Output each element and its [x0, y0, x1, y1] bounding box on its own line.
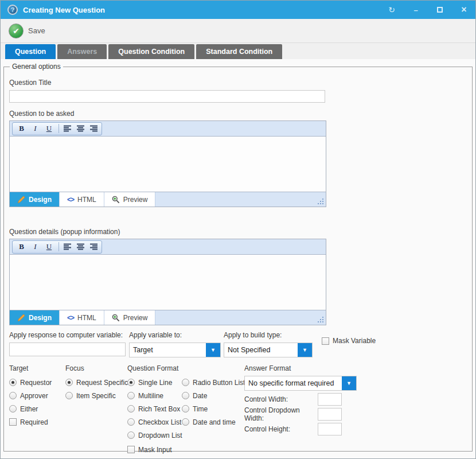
radio-radio-button-list[interactable]: Radio Button List — [182, 376, 249, 389]
radio-rich-text-box[interactable]: Rich Text Box — [127, 402, 182, 415]
save-label: Save — [28, 26, 45, 35]
dialog-window: ? Creating New Question ↻ – × ✔ Save Que… — [0, 0, 476, 459]
editor-footer: Design <> HTML Preview — [10, 310, 326, 325]
checkbox-icon — [322, 337, 329, 345]
required-checkbox[interactable]: Required — [9, 415, 62, 429]
tab-standard-condition[interactable]: Standard Condition — [196, 44, 282, 59]
radio-icon — [182, 405, 189, 413]
bold-button[interactable]: B — [15, 242, 28, 252]
align-left-icon[interactable] — [63, 124, 73, 133]
html-tab[interactable]: <> HTML — [60, 310, 104, 325]
richtext-editor-question: B I U Design <> — [9, 120, 326, 207]
question-asked-label: Question to be asked — [9, 110, 467, 118]
target-label: Target — [9, 364, 62, 373]
preview-tab[interactable]: Preview — [104, 192, 156, 207]
radio-approver[interactable]: Approver — [9, 389, 62, 402]
editor-footer: Design <> HTML Preview — [10, 192, 326, 207]
align-left-icon[interactable] — [63, 242, 73, 251]
code-icon: <> — [67, 314, 74, 322]
underline-button[interactable]: U — [43, 242, 55, 252]
chevron-down-icon[interactable]: ▼ — [342, 376, 356, 390]
toolbar-divider — [58, 242, 59, 251]
radio-label: Rich Text Box — [138, 405, 180, 413]
radio-label: Date — [193, 392, 207, 400]
editor-body[interactable] — [10, 137, 326, 192]
radio-label: Date and time — [193, 418, 236, 426]
html-tab[interactable]: <> HTML — [60, 192, 104, 207]
italic-button[interactable]: I — [29, 123, 41, 134]
save-button[interactable]: ✔ Save — [9, 24, 45, 38]
tab-content: General options Question Title Question … — [1, 59, 475, 458]
design-tab[interactable]: Design — [10, 192, 60, 207]
radio-checkbox-list[interactable]: Checkbox List — [127, 415, 182, 429]
control-height-label: Control Height: — [244, 425, 318, 433]
question-title-input[interactable] — [9, 90, 325, 103]
align-center-icon[interactable] — [75, 124, 86, 133]
refresh-icon[interactable]: ↻ — [387, 5, 396, 14]
help-glyph: ? — [11, 6, 15, 13]
question-format-group: Question Format Single Line Multiline Ri… — [127, 364, 249, 456]
align-center-icon[interactable] — [75, 242, 86, 251]
richtext-editor-details: B I U Design <> — [9, 239, 326, 325]
chevron-down-icon[interactable]: ▼ — [298, 343, 312, 357]
radio-label: Approver — [20, 392, 48, 400]
bold-button[interactable]: B — [15, 123, 28, 134]
radio-label: Radio Button List — [193, 379, 245, 387]
radio-either[interactable]: Either — [9, 402, 62, 415]
radio-label: Multiline — [138, 392, 163, 400]
italic-button[interactable]: I — [29, 242, 41, 252]
radio-label: Single Line — [138, 379, 172, 387]
underline-button[interactable]: U — [43, 123, 55, 134]
radio-date[interactable]: Date — [182, 389, 249, 402]
tab-question[interactable]: Question — [5, 44, 56, 59]
computer-variable-input[interactable] — [9, 343, 126, 356]
focus-label: Focus — [65, 364, 126, 373]
control-dropdown-width-input[interactable] — [318, 408, 342, 421]
radio-label: Either — [20, 405, 38, 413]
radio-multiline[interactable]: Multiline — [127, 389, 182, 402]
radio-date-and-time[interactable]: Date and time — [182, 415, 249, 429]
align-right-icon[interactable] — [88, 242, 99, 251]
question-details-label: Question details (popup information) — [9, 228, 467, 236]
help-icon[interactable]: ? — [7, 5, 18, 15]
radio-icon — [9, 405, 17, 413]
maximize-button[interactable] — [435, 5, 444, 14]
radio-label: Time — [193, 405, 208, 413]
radio-requestor[interactable]: Requestor — [9, 376, 62, 389]
tab-question-condition[interactable]: Question Condition — [108, 44, 194, 59]
resize-grip[interactable] — [322, 203, 323, 204]
resize-grip[interactable] — [322, 321, 323, 322]
radio-item-specific[interactable]: Item Specific — [65, 389, 126, 402]
radio-time[interactable]: Time — [182, 402, 249, 415]
answer-format-select[interactable]: No specific format required ▼ — [244, 376, 357, 391]
apply-variable-to-label: Apply variable to: — [129, 331, 224, 340]
control-width-label: Control Width: — [244, 395, 318, 403]
apply-build-type-select[interactable]: Not Specified ▼ — [224, 343, 313, 357]
question-format-label: Question Format — [127, 364, 249, 373]
radio-dropdown-list[interactable]: Dropdown List — [127, 429, 182, 442]
radio-single-line[interactable]: Single Line — [127, 376, 182, 389]
editor-toolbar: B I U — [10, 121, 326, 137]
apply-build-type-label: Apply to build type: — [224, 331, 317, 340]
control-height-input[interactable] — [318, 423, 342, 435]
radio-label: Item Specific — [76, 392, 116, 400]
editor-body[interactable] — [10, 255, 326, 310]
preview-zoom-icon — [112, 314, 120, 322]
mask-input-checkbox[interactable]: Mask Input — [127, 443, 182, 456]
radio-request-specific[interactable]: Request Specific — [65, 376, 126, 389]
apply-variable-to-select[interactable]: Target ▼ — [129, 343, 221, 357]
align-right-icon[interactable] — [88, 124, 99, 133]
control-width-input[interactable] — [318, 393, 342, 406]
preview-tab[interactable]: Preview — [104, 310, 156, 325]
close-button[interactable]: × — [459, 5, 469, 14]
radio-icon — [127, 392, 135, 399]
preview-tab-label: Preview — [123, 314, 148, 322]
question-title-label: Question Title — [9, 79, 467, 87]
mask-variable-checkbox[interactable]: Mask Variable — [322, 337, 376, 345]
radio-icon — [9, 392, 17, 399]
options-grid: Target Requestor Approver Either Require… — [9, 364, 467, 459]
focus-group: Focus Request Specific Item Specific — [65, 364, 126, 402]
chevron-down-icon[interactable]: ▼ — [206, 343, 220, 357]
design-tab[interactable]: Design — [10, 310, 60, 325]
minimize-button[interactable]: – — [411, 5, 420, 14]
